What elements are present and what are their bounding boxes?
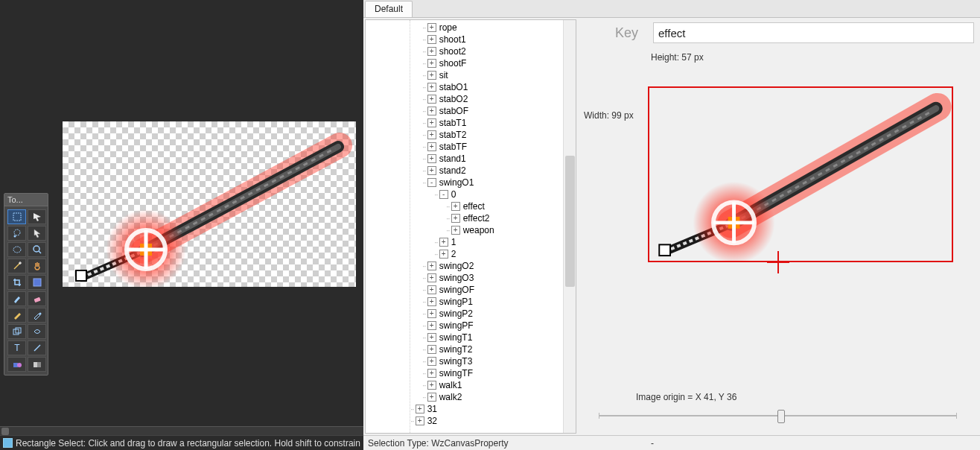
tree-item[interactable]: ··+effect2 [410, 212, 563, 224]
tree-item[interactable]: ··+swingOF [410, 284, 563, 296]
expand-icon[interactable]: + [427, 309, 436, 318]
zoom-tool[interactable] [28, 242, 46, 257]
tree-item[interactable]: ··+swingO2 [410, 260, 563, 272]
expand-icon[interactable]: + [427, 95, 436, 104]
tree-item[interactable]: ··+walk2 [410, 391, 563, 403]
expand-icon[interactable]: + [451, 214, 460, 223]
tree-item[interactable]: ··+31 [410, 403, 563, 415]
tree-item[interactable]: ··+swingT3 [410, 355, 563, 367]
expand-icon[interactable]: + [427, 130, 436, 139]
tree-item[interactable]: ··+stabT2 [410, 129, 563, 141]
text-tool[interactable]: T [7, 340, 26, 355]
tree-item[interactable]: ··+stabO1 [410, 81, 563, 93]
tree-item[interactable]: ··+stabT1 [410, 117, 563, 129]
expand-icon[interactable]: + [427, 285, 436, 294]
tree-item[interactable]: ··+swingT1 [410, 332, 563, 343]
expand-icon[interactable]: + [416, 405, 424, 413]
tree-item[interactable]: ··+2 [410, 248, 563, 260]
tree-item[interactable]: ··+shoot1 [410, 34, 563, 45]
magic-wand-tool[interactable] [7, 259, 26, 273]
tree-item[interactable]: ··+rope [410, 22, 563, 34]
editor-canvas-area[interactable]: To... T [0, 0, 363, 426]
editor-horizontal-scrollbar[interactable] [0, 426, 363, 435]
scrollbar-thumb[interactable] [1, 428, 9, 435]
tree-item[interactable]: ··+weapon [410, 224, 563, 236]
move-select-tool[interactable] [28, 209, 46, 224]
tree-item[interactable]: ··+1 [410, 236, 563, 248]
tree-scrollbar[interactable] [563, 20, 576, 433]
expand-icon[interactable]: + [451, 226, 460, 235]
expand-icon[interactable]: + [427, 357, 436, 366]
tree-item[interactable]: ··+shootF [410, 57, 563, 69]
expand-icon[interactable]: + [427, 321, 436, 330]
expand-icon[interactable]: + [427, 381, 436, 390]
expand-icon[interactable]: + [427, 142, 436, 151]
tree-item[interactable]: ··+stand2 [410, 165, 563, 177]
expand-icon[interactable]: + [427, 35, 436, 44]
fill-tool[interactable] [28, 275, 46, 290]
tab-default[interactable]: Default [365, 1, 413, 17]
tree-item[interactable]: ··+swingTF [410, 367, 563, 379]
pan-tool[interactable] [28, 259, 46, 273]
tree-item[interactable]: ··+swingP2 [410, 308, 563, 320]
expand-icon[interactable]: + [427, 83, 436, 92]
expand-icon[interactable]: + [427, 345, 436, 354]
tree-item[interactable]: ··+swingO3 [410, 272, 563, 284]
key-input[interactable] [653, 22, 974, 43]
editor-canvas[interactable] [63, 121, 356, 287]
expand-icon[interactable]: + [451, 202, 460, 211]
expand-icon[interactable]: + [427, 59, 436, 68]
clone-tool[interactable] [7, 324, 26, 339]
expand-icon[interactable]: + [427, 47, 436, 56]
expand-icon[interactable]: + [427, 166, 436, 175]
tree-item[interactable]: ··-0 [410, 188, 563, 200]
recolor-tool[interactable] [28, 324, 46, 339]
expand-icon[interactable]: + [427, 333, 436, 342]
tree-item[interactable]: ··+swingT2 [410, 343, 563, 355]
tree-item[interactable]: ··+stabO2 [410, 93, 563, 105]
slider-thumb[interactable] [777, 410, 785, 423]
tree-item[interactable]: ··+stabTF [410, 141, 563, 153]
collapse-icon[interactable]: - [427, 178, 436, 187]
preview-box[interactable] [648, 86, 953, 262]
expand-icon[interactable]: + [427, 273, 436, 282]
brush-tool[interactable] [7, 291, 26, 306]
crop-tool[interactable] [7, 275, 26, 290]
expand-icon[interactable]: + [427, 23, 436, 32]
tree-item[interactable]: ··+walk1 [410, 379, 563, 391]
tree-item[interactable]: ··+effect [410, 200, 563, 212]
expand-icon[interactable]: + [427, 118, 436, 127]
expand-icon[interactable]: + [427, 262, 436, 270]
expand-icon[interactable]: + [439, 250, 448, 259]
expand-icon[interactable]: + [427, 297, 436, 306]
tree-item[interactable]: ··+32 [410, 415, 563, 427]
expand-icon[interactable]: + [416, 416, 424, 425]
expand-icon[interactable]: + [427, 71, 436, 80]
line-tool[interactable] [28, 340, 46, 355]
ellipse-select-tool[interactable] [7, 242, 26, 257]
expand-icon[interactable]: + [427, 154, 436, 163]
expand-icon[interactable]: + [427, 369, 436, 378]
pointer-tool[interactable] [28, 226, 46, 241]
eraser-tool[interactable] [28, 291, 46, 306]
color-picker-tool[interactable] [28, 308, 46, 323]
pencil-tool[interactable] [7, 308, 26, 323]
tree-item[interactable]: ··+sit [410, 69, 563, 81]
tree-item[interactable]: ··-swingO1 [410, 177, 563, 188]
shapes-tool[interactable] [7, 357, 26, 372]
gradient-tool[interactable] [28, 357, 46, 372]
tree[interactable]: ··+rope··+shoot1··+shoot2··+shootF··+sit… [410, 20, 563, 433]
tree-item[interactable]: ··+shoot2 [410, 45, 563, 57]
rect-select-tool[interactable] [7, 209, 26, 224]
expand-icon[interactable]: + [427, 393, 436, 402]
tree-scrollbar-thumb[interactable] [565, 156, 575, 287]
tree-item[interactable]: ··+stand1 [410, 153, 563, 165]
collapse-icon[interactable]: - [439, 190, 448, 199]
tree-item[interactable]: ··+stabOF [410, 105, 563, 117]
image-slider[interactable] [599, 408, 956, 423]
lasso-tool[interactable] [7, 226, 26, 241]
tree-item[interactable]: ··+swingPF [410, 320, 563, 332]
expand-icon[interactable]: + [439, 238, 448, 247]
tree-item[interactable]: ··+swingP1 [410, 296, 563, 308]
expand-icon[interactable]: + [427, 107, 436, 115]
